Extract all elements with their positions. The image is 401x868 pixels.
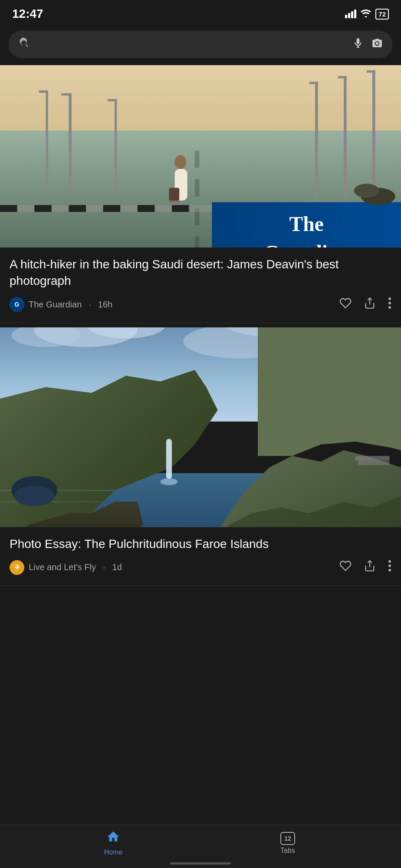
svg-rect-2 [195, 151, 200, 168]
svg-text:The: The [289, 213, 324, 235]
svg-rect-17 [108, 99, 115, 101]
lalf-source-logo: ✈ [10, 560, 24, 575]
card-meta-2: ✈ Live and Let's Fly · 1d [10, 560, 391, 575]
more-button-2[interactable] [388, 560, 391, 575]
source-time-2: 1d [112, 562, 122, 572]
signal-icon [345, 10, 356, 18]
news-card-1[interactable]: The Guardian A hitch-hiker in the baking… [0, 65, 401, 323]
search-bar[interactable] [9, 30, 392, 58]
status-bar: 12:47 72 [0, 0, 401, 26]
nav-tabs-label: Tabs [280, 847, 295, 855]
bottom-nav: Home 12 Tabs [0, 825, 401, 868]
svg-rect-12 [138, 205, 155, 212]
svg-rect-9 [34, 205, 52, 212]
card-content-2: Photo Essay: The Pulchritudinous Faroe I… [0, 527, 401, 581]
svg-rect-20 [315, 82, 318, 196]
card-image-2[interactable] [0, 327, 401, 527]
tabs-count-box[interactable]: 12 [280, 832, 295, 845]
svg-rect-56 [358, 460, 390, 465]
svg-rect-23 [338, 76, 347, 78]
svg-rect-13 [172, 205, 189, 212]
svg-rect-29 [169, 201, 179, 202]
svg-point-66 [388, 560, 391, 563]
svg-point-26 [175, 155, 186, 169]
card-content-1: A hitch-hiker in the baking Saudi desert… [0, 248, 401, 318]
svg-rect-18 [46, 90, 48, 194]
status-icons: 72 [345, 9, 389, 20]
source-name-1: The Guardian [29, 300, 82, 310]
search-right-icons [352, 37, 383, 51]
search-icon [18, 37, 30, 51]
share-button-1[interactable] [364, 297, 376, 312]
nav-home[interactable]: Home [96, 830, 131, 856]
wifi-icon [361, 9, 371, 20]
camera-icon[interactable] [371, 37, 383, 51]
more-button-1[interactable] [388, 297, 391, 312]
svg-point-37 [388, 302, 391, 304]
home-icon [106, 830, 120, 847]
svg-rect-57 [166, 439, 172, 479]
card-source-2: ✈ Live and Let's Fly · 1d [10, 560, 122, 575]
svg-rect-5 [195, 237, 200, 248]
svg-point-34 [354, 184, 379, 198]
svg-point-36 [388, 297, 391, 300]
svg-rect-0 [0, 65, 401, 133]
svg-rect-25 [367, 70, 375, 73]
nav-tabs[interactable]: 12 Tabs [270, 832, 305, 855]
share-button-2[interactable] [364, 560, 376, 575]
like-button-2[interactable] [339, 560, 352, 575]
svg-rect-28 [169, 188, 179, 201]
svg-rect-24 [372, 70, 375, 196]
svg-point-68 [388, 569, 391, 571]
svg-rect-19 [39, 90, 47, 92]
card-meta-1: G The Guardian · 16h [10, 297, 391, 312]
card-title-1: A hitch-hiker in the baking Saudi desert… [10, 256, 391, 289]
battery-icon: 72 [375, 9, 389, 20]
svg-marker-53 [258, 327, 401, 456]
home-indicator [170, 862, 231, 865]
svg-rect-22 [344, 76, 347, 196]
svg-rect-11 [103, 205, 121, 212]
card-title-2: Photo Essay: The Pulchritudinous Faroe I… [10, 536, 391, 552]
card-source-1: G The Guardian · 16h [10, 297, 112, 312]
search-bar-container [0, 26, 401, 65]
svg-rect-8 [0, 205, 17, 212]
svg-point-67 [388, 564, 391, 567]
status-time: 12:47 [12, 7, 43, 21]
svg-rect-3 [195, 179, 200, 197]
desert-image: The Guardian [0, 65, 401, 248]
svg-rect-55 [355, 456, 389, 461]
nav-home-label: Home [104, 848, 123, 856]
svg-rect-15 [61, 93, 70, 96]
like-button-1[interactable] [339, 297, 352, 312]
news-card-2[interactable]: Photo Essay: The Pulchritudinous Faroe I… [0, 327, 401, 586]
svg-rect-14 [69, 93, 72, 191]
source-name-2: Live and Let's Fly [29, 562, 96, 572]
news-feed: The Guardian A hitch-hiker in the baking… [0, 65, 401, 586]
mic-icon[interactable] [352, 37, 364, 51]
guardian-source-logo: G [10, 297, 24, 312]
card-actions-1 [339, 297, 391, 312]
card-actions-2 [339, 560, 391, 575]
svg-rect-16 [115, 99, 117, 191]
svg-point-58 [161, 478, 178, 485]
svg-rect-10 [69, 205, 86, 212]
svg-point-62 [14, 485, 54, 506]
svg-point-38 [388, 306, 391, 309]
svg-text:Guardian: Guardian [263, 241, 349, 248]
faroe-image [0, 327, 401, 527]
svg-rect-21 [309, 82, 318, 84]
source-time-1: 16h [98, 300, 112, 310]
card-image-1[interactable]: The Guardian [0, 65, 401, 248]
